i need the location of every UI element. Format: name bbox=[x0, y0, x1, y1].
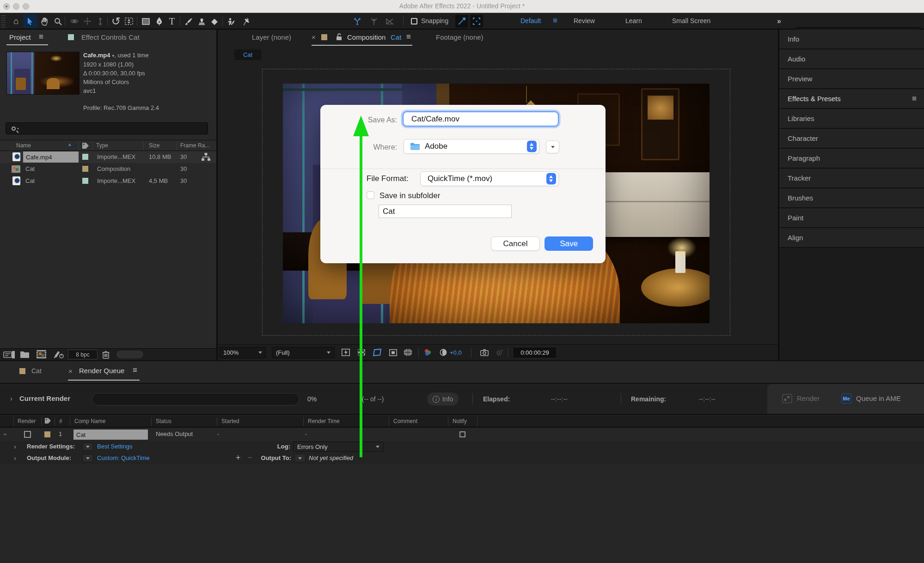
tab-effect-controls[interactable]: Effect Controls Cat bbox=[81, 33, 140, 41]
render-info-button[interactable]: i Info bbox=[427, 393, 459, 406]
column-render-time[interactable]: Render Time bbox=[308, 418, 340, 424]
tab-composition-prefix[interactable]: Composition bbox=[347, 33, 386, 41]
selection-tool[interactable] bbox=[23, 14, 37, 28]
new-folder-icon[interactable] bbox=[20, 351, 29, 358]
current-render-expander[interactable]: › bbox=[10, 394, 12, 402]
output-to-dropdown[interactable] bbox=[294, 454, 306, 462]
resolution-dropdown[interactable]: (Full) bbox=[272, 347, 335, 358]
exposure-value[interactable]: +0,0 bbox=[450, 349, 462, 356]
type-tool[interactable]: T bbox=[165, 14, 179, 28]
render-queue-menu-icon[interactable]: ≡ bbox=[133, 366, 137, 375]
panel-tab-align[interactable]: Align bbox=[779, 228, 924, 248]
column-number[interactable]: # bbox=[59, 418, 62, 424]
item-expander-icon[interactable]: › bbox=[2, 433, 10, 436]
notify-checkbox[interactable] bbox=[459, 431, 465, 437]
render-settings-dropdown[interactable] bbox=[82, 442, 93, 451]
column-status[interactable]: Status bbox=[156, 418, 171, 424]
trash-icon[interactable] bbox=[102, 350, 110, 359]
output-module-value[interactable]: Custom: QuickTime bbox=[97, 454, 150, 461]
search-options-icon[interactable]: ▾ bbox=[17, 127, 19, 131]
unlock-icon[interactable] bbox=[336, 33, 342, 41]
workspace-small-screen[interactable]: Small Screen bbox=[672, 17, 710, 24]
project-search-input[interactable]: ▾ bbox=[6, 122, 208, 134]
label-swatch-teal[interactable] bbox=[82, 178, 88, 184]
comp-panel-menu-icon[interactable]: ≡ bbox=[406, 32, 411, 42]
tab-cat-timeline[interactable]: Cat bbox=[31, 367, 42, 375]
column-comment[interactable]: Comment bbox=[393, 418, 417, 424]
workspace-menu-icon[interactable]: ≡ bbox=[553, 16, 557, 25]
queue-in-ame-button[interactable]: Queue in AME bbox=[856, 394, 901, 402]
project-panel-menu-icon[interactable]: ≡ bbox=[39, 32, 43, 42]
output-expander-icon[interactable]: › bbox=[14, 454, 16, 462]
new-composition-icon[interactable] bbox=[37, 350, 46, 358]
sort-ascending-icon[interactable]: ▲ bbox=[67, 142, 72, 147]
color-depth-icon[interactable] bbox=[54, 350, 64, 359]
tab-project[interactable]: Project bbox=[9, 33, 31, 41]
preview-timecode[interactable]: 0:00:00:29 bbox=[513, 347, 557, 358]
cancel-button[interactable]: Cancel bbox=[491, 236, 540, 251]
eraser-tool[interactable]: ◆ bbox=[208, 14, 221, 28]
bit-depth-button[interactable]: 8 bpc bbox=[68, 350, 98, 359]
render-queue-item-row[interactable]: › 1 Cat Needs Output - - bbox=[0, 429, 924, 441]
show-snapshot-icon[interactable] bbox=[494, 348, 504, 357]
selected-item-name[interactable]: Cafe.mp4 bbox=[23, 151, 79, 163]
close-render-queue-icon[interactable]: × bbox=[68, 367, 73, 375]
snapping-checkbox[interactable] bbox=[411, 18, 417, 24]
column-name[interactable]: Name bbox=[16, 142, 31, 149]
project-row-cafe[interactable]: Cafe.mp4 Importe...MEX 10,8 MB 30 bbox=[0, 151, 216, 163]
workspace-review[interactable]: Review bbox=[574, 17, 595, 24]
project-row-cat-footage[interactable]: Cat Importe...MEX 4,5 MB 30 bbox=[0, 175, 216, 187]
footage-name[interactable]: Cafe.mp4 bbox=[83, 52, 110, 59]
label-swatch-tan[interactable] bbox=[82, 166, 88, 172]
file-format-dropdown[interactable]: QuickTime (*.mov) bbox=[420, 171, 559, 186]
output-module-dropdown[interactable] bbox=[82, 454, 93, 462]
workspace-learn[interactable]: Learn bbox=[625, 17, 642, 24]
interpret-footage-icon[interactable] bbox=[4, 351, 15, 359]
mask-visibility-icon[interactable] bbox=[388, 348, 398, 357]
pan-camera-tool[interactable] bbox=[80, 14, 94, 28]
render-settings-value[interactable]: Best Settings bbox=[97, 443, 133, 450]
panel-tab-character[interactable]: Character bbox=[779, 129, 924, 149]
output-to-value[interactable]: Not yet specified bbox=[309, 454, 353, 461]
column-type[interactable]: Type bbox=[96, 142, 108, 149]
column-notify[interactable]: Notify bbox=[453, 418, 467, 424]
more-workspaces-icon[interactable]: » bbox=[777, 17, 781, 25]
item-label-swatch[interactable] bbox=[44, 431, 50, 437]
tab-render-queue[interactable]: Render Queue bbox=[79, 367, 124, 375]
snapshot-icon[interactable] bbox=[479, 348, 490, 357]
local-axis-mode-button[interactable] bbox=[350, 14, 364, 28]
panel-tab-info[interactable]: Info bbox=[779, 30, 924, 49]
puppet-pin-tool[interactable] bbox=[240, 14, 254, 28]
remove-output-module-button[interactable]: − bbox=[248, 454, 252, 462]
column-comp-name[interactable]: Comp Name bbox=[74, 418, 105, 424]
column-size[interactable]: Size bbox=[149, 142, 159, 149]
item-comp-name[interactable]: Cat bbox=[73, 430, 148, 440]
log-dropdown[interactable]: Errors Only bbox=[293, 442, 384, 452]
settings-expander-icon[interactable]: › bbox=[14, 442, 16, 450]
tab-layer[interactable]: Layer (none) bbox=[252, 33, 291, 41]
label-column-icon[interactable] bbox=[82, 142, 89, 149]
channel-icon[interactable] bbox=[423, 348, 433, 357]
panel-tab-effects-presets[interactable]: Effects & Presets≡ bbox=[779, 89, 924, 109]
tab-footage[interactable]: Footage (none) bbox=[436, 33, 483, 41]
pen-tool[interactable] bbox=[152, 14, 166, 28]
home-tool[interactable]: ⌂ bbox=[9, 14, 23, 28]
panel-tab-preview[interactable]: Preview bbox=[779, 69, 924, 89]
zoom-tool[interactable] bbox=[51, 14, 65, 28]
render-item-checkbox[interactable] bbox=[24, 431, 31, 438]
panel-tab-paragraph[interactable]: Paragraph bbox=[779, 149, 924, 169]
magnification-dropdown[interactable]: 100% bbox=[219, 347, 266, 358]
exposure-icon[interactable] bbox=[438, 348, 448, 357]
where-dropdown[interactable]: Adobe bbox=[404, 139, 539, 154]
panel-tab-audio[interactable]: Audio bbox=[779, 49, 924, 69]
subfolder-name-input[interactable]: Cat bbox=[379, 205, 512, 218]
horizontal-scrollbar[interactable] bbox=[116, 351, 143, 358]
panel-tab-tracker[interactable]: Tracker bbox=[779, 169, 924, 188]
dolly-camera-tool[interactable] bbox=[93, 14, 107, 28]
clone-stamp-tool[interactable] bbox=[195, 14, 208, 28]
label-column-icon[interactable] bbox=[44, 418, 51, 424]
roto-brush-tool[interactable] bbox=[224, 14, 238, 28]
brush-tool[interactable] bbox=[182, 14, 196, 28]
tab-composition-name[interactable]: Cat bbox=[391, 33, 401, 41]
panel-tab-paint[interactable]: Paint bbox=[779, 208, 924, 228]
